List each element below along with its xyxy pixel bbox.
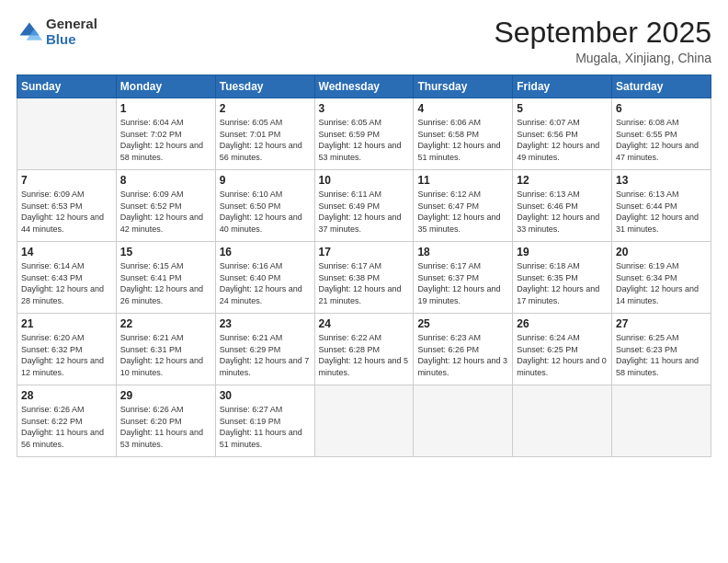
day-number: 8	[120, 174, 211, 187]
calendar-cell: 19Sunrise: 6:18 AMSunset: 6:35 PMDayligh…	[513, 242, 612, 314]
day-info: Sunrise: 6:12 AMSunset: 6:47 PMDaylight:…	[417, 189, 508, 235]
calendar-cell: 23Sunrise: 6:21 AMSunset: 6:29 PMDayligh…	[215, 314, 314, 385]
calendar-cell: 5Sunrise: 6:07 AMSunset: 6:56 PMDaylight…	[513, 98, 612, 170]
calendar-cell: 3Sunrise: 6:05 AMSunset: 6:59 PMDaylight…	[314, 98, 414, 170]
day-info: Sunrise: 6:21 AMSunset: 6:29 PMDaylight:…	[220, 332, 311, 378]
day-info: Sunrise: 6:11 AMSunset: 6:49 PMDaylight:…	[319, 189, 410, 235]
col-header-saturday: Saturday	[612, 75, 711, 98]
day-info: Sunrise: 6:23 AMSunset: 6:26 PMDaylight:…	[417, 332, 508, 378]
day-number: 18	[417, 246, 508, 259]
day-info: Sunrise: 6:09 AMSunset: 6:53 PMDaylight:…	[21, 189, 112, 235]
day-info: Sunrise: 6:20 AMSunset: 6:32 PMDaylight:…	[21, 332, 112, 378]
logo-general: General	[46, 17, 97, 32]
week-row-2: 14Sunrise: 6:14 AMSunset: 6:43 PMDayligh…	[17, 242, 711, 314]
day-info: Sunrise: 6:07 AMSunset: 6:56 PMDaylight:…	[517, 117, 608, 163]
col-header-monday: Monday	[116, 75, 215, 98]
calendar-cell: 15Sunrise: 6:15 AMSunset: 6:41 PMDayligh…	[116, 242, 215, 314]
header-row: SundayMondayTuesdayWednesdayThursdayFrid…	[17, 75, 711, 98]
calendar-cell: 22Sunrise: 6:21 AMSunset: 6:31 PMDayligh…	[116, 314, 215, 385]
header: General Blue September 2025 Mugala, Xinj…	[17, 17, 711, 65]
calendar-cell: 24Sunrise: 6:22 AMSunset: 6:28 PMDayligh…	[314, 314, 414, 385]
calendar-cell	[314, 385, 414, 457]
day-number: 20	[616, 246, 707, 259]
week-row-0: 1Sunrise: 6:04 AMSunset: 7:02 PMDaylight…	[17, 98, 711, 170]
day-number: 30	[220, 389, 311, 402]
calendar-cell: 12Sunrise: 6:13 AMSunset: 6:46 PMDayligh…	[513, 170, 612, 242]
day-number: 16	[220, 246, 311, 259]
calendar-cell: 11Sunrise: 6:12 AMSunset: 6:47 PMDayligh…	[414, 170, 513, 242]
day-info: Sunrise: 6:25 AMSunset: 6:23 PMDaylight:…	[616, 332, 707, 378]
calendar-cell: 2Sunrise: 6:05 AMSunset: 7:01 PMDaylight…	[215, 98, 314, 170]
day-info: Sunrise: 6:26 AMSunset: 6:20 PMDaylight:…	[120, 404, 211, 450]
calendar-cell: 21Sunrise: 6:20 AMSunset: 6:32 PMDayligh…	[17, 314, 117, 385]
calendar-cell: 7Sunrise: 6:09 AMSunset: 6:53 PMDaylight…	[17, 170, 117, 242]
day-number: 22	[120, 317, 211, 330]
day-info: Sunrise: 6:26 AMSunset: 6:22 PMDaylight:…	[21, 404, 112, 450]
calendar-cell: 14Sunrise: 6:14 AMSunset: 6:43 PMDayligh…	[17, 242, 117, 314]
day-number: 10	[319, 174, 410, 187]
calendar-cell: 17Sunrise: 6:17 AMSunset: 6:38 PMDayligh…	[314, 242, 414, 314]
calendar-cell: 6Sunrise: 6:08 AMSunset: 6:55 PMDaylight…	[612, 98, 711, 170]
calendar-table: SundayMondayTuesdayWednesdayThursdayFrid…	[17, 75, 711, 457]
day-info: Sunrise: 6:21 AMSunset: 6:31 PMDaylight:…	[120, 332, 211, 378]
month-title: September 2025	[494, 17, 711, 49]
calendar-cell	[513, 385, 612, 457]
calendar-cell: 4Sunrise: 6:06 AMSunset: 6:58 PMDaylight…	[414, 98, 513, 170]
day-number: 15	[120, 246, 211, 259]
day-number: 11	[417, 174, 508, 187]
day-number: 17	[319, 246, 410, 259]
logo: General Blue	[17, 17, 97, 47]
day-number: 1	[120, 102, 211, 115]
day-info: Sunrise: 6:05 AMSunset: 7:01 PMDaylight:…	[220, 117, 311, 163]
calendar-cell: 26Sunrise: 6:24 AMSunset: 6:25 PMDayligh…	[513, 314, 612, 385]
col-header-wednesday: Wednesday	[314, 75, 414, 98]
calendar-cell: 9Sunrise: 6:10 AMSunset: 6:50 PMDaylight…	[215, 170, 314, 242]
day-number: 12	[517, 174, 608, 187]
calendar-cell: 25Sunrise: 6:23 AMSunset: 6:26 PMDayligh…	[414, 314, 513, 385]
col-header-sunday: Sunday	[17, 75, 117, 98]
day-number: 6	[616, 102, 707, 115]
week-row-4: 28Sunrise: 6:26 AMSunset: 6:22 PMDayligh…	[17, 385, 711, 457]
calendar-cell: 13Sunrise: 6:13 AMSunset: 6:44 PMDayligh…	[612, 170, 711, 242]
calendar-cell: 18Sunrise: 6:17 AMSunset: 6:37 PMDayligh…	[414, 242, 513, 314]
day-info: Sunrise: 6:15 AMSunset: 6:41 PMDaylight:…	[120, 260, 211, 306]
calendar-cell: 27Sunrise: 6:25 AMSunset: 6:23 PMDayligh…	[612, 314, 711, 385]
col-header-tuesday: Tuesday	[215, 75, 314, 98]
day-number: 21	[21, 317, 112, 330]
week-row-3: 21Sunrise: 6:20 AMSunset: 6:32 PMDayligh…	[17, 314, 711, 385]
day-number: 2	[220, 102, 311, 115]
day-number: 19	[517, 246, 608, 259]
calendar-cell: 16Sunrise: 6:16 AMSunset: 6:40 PMDayligh…	[215, 242, 314, 314]
day-info: Sunrise: 6:22 AMSunset: 6:28 PMDaylight:…	[319, 332, 410, 378]
day-number: 14	[21, 246, 112, 259]
day-info: Sunrise: 6:13 AMSunset: 6:46 PMDaylight:…	[517, 189, 608, 235]
logo-blue: Blue	[46, 32, 97, 48]
day-info: Sunrise: 6:16 AMSunset: 6:40 PMDaylight:…	[220, 260, 311, 306]
col-header-thursday: Thursday	[414, 75, 513, 98]
calendar-cell	[612, 385, 711, 457]
col-header-friday: Friday	[513, 75, 612, 98]
day-info: Sunrise: 6:04 AMSunset: 7:02 PMDaylight:…	[120, 117, 211, 163]
calendar-cell: 30Sunrise: 6:27 AMSunset: 6:19 PMDayligh…	[215, 385, 314, 457]
day-number: 4	[417, 102, 508, 115]
day-info: Sunrise: 6:08 AMSunset: 6:55 PMDaylight:…	[616, 117, 707, 163]
day-number: 27	[616, 317, 707, 330]
logo-icon	[17, 19, 42, 45]
day-number: 9	[220, 174, 311, 187]
day-info: Sunrise: 6:17 AMSunset: 6:38 PMDaylight:…	[319, 260, 410, 306]
day-number: 26	[517, 317, 608, 330]
week-row-1: 7Sunrise: 6:09 AMSunset: 6:53 PMDaylight…	[17, 170, 711, 242]
calendar-cell: 29Sunrise: 6:26 AMSunset: 6:20 PMDayligh…	[116, 385, 215, 457]
day-number: 5	[517, 102, 608, 115]
day-number: 13	[616, 174, 707, 187]
day-info: Sunrise: 6:14 AMSunset: 6:43 PMDaylight:…	[21, 260, 112, 306]
title-block: September 2025 Mugala, Xinjiang, China	[494, 17, 711, 65]
calendar-cell: 1Sunrise: 6:04 AMSunset: 7:02 PMDaylight…	[116, 98, 215, 170]
day-info: Sunrise: 6:06 AMSunset: 6:58 PMDaylight:…	[417, 117, 508, 163]
day-number: 7	[21, 174, 112, 187]
day-number: 28	[21, 389, 112, 402]
day-info: Sunrise: 6:27 AMSunset: 6:19 PMDaylight:…	[220, 404, 311, 450]
day-info: Sunrise: 6:09 AMSunset: 6:52 PMDaylight:…	[120, 189, 211, 235]
calendar-cell: 10Sunrise: 6:11 AMSunset: 6:49 PMDayligh…	[314, 170, 414, 242]
day-number: 29	[120, 389, 211, 402]
